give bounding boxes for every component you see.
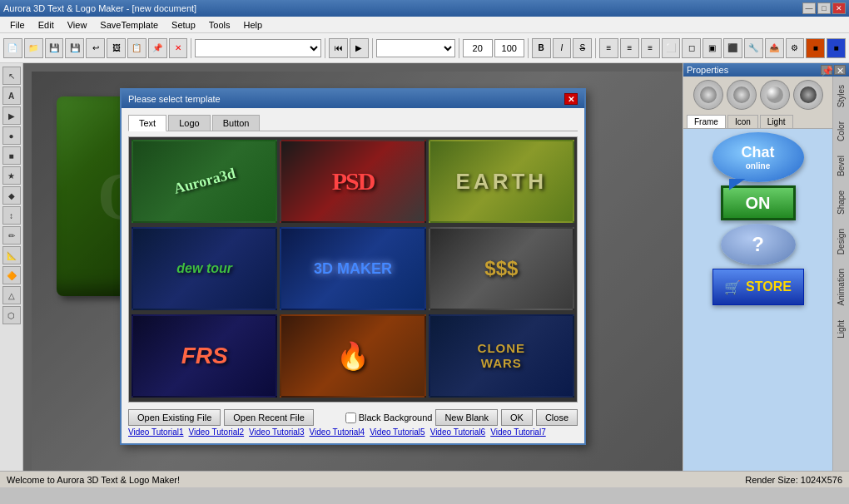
tool-hex[interactable]: ⬡: [2, 306, 21, 324]
black-bg-checkbox[interactable]: [345, 413, 356, 423]
tool-rect[interactable]: ■: [2, 146, 21, 165]
ok-button[interactable]: OK: [501, 409, 533, 426]
menu-edit[interactable]: Edit: [32, 18, 61, 32]
dialog-tab-text[interactable]: Text: [128, 115, 166, 131]
toolbar-save2[interactable]: 💾: [65, 38, 84, 58]
toolbar-3d-3[interactable]: ▣: [703, 38, 722, 58]
dialog-close-button[interactable]: ✕: [564, 93, 578, 105]
on-button-preview[interactable]: ON: [721, 185, 796, 220]
font-style-select[interactable]: [376, 39, 455, 57]
menu-file[interactable]: File: [3, 18, 32, 32]
tool-pen[interactable]: ✏: [2, 226, 21, 245]
styles-label-shape[interactable]: Shape: [835, 184, 847, 221]
tool-play[interactable]: ▶: [2, 106, 21, 125]
minimize-button[interactable]: —: [802, 2, 816, 14]
template-item-1[interactable]: Aurora3d: [132, 140, 277, 223]
tool-shape[interactable]: 🔶: [2, 266, 21, 284]
toolbar-paste[interactable]: 📌: [148, 38, 167, 58]
menu-setup[interactable]: Setup: [165, 18, 202, 32]
toolbar-play-prev[interactable]: ⏮: [329, 38, 348, 58]
toolbar-align-left[interactable]: ≡: [599, 38, 618, 58]
tool-star[interactable]: ★: [2, 166, 21, 185]
style-btn-2[interactable]: [727, 80, 757, 110]
video-tutorial-2[interactable]: Video Tutorial2: [189, 427, 245, 437]
tool-measure[interactable]: 📐: [2, 246, 21, 264]
toolbar-export[interactable]: 📤: [765, 38, 784, 58]
video-tutorial-4[interactable]: Video Tutorial4: [310, 427, 365, 437]
style-btn-3[interactable]: [760, 80, 790, 110]
toolbar-color2[interactable]: ■: [827, 38, 846, 58]
toolbar-strikethrough[interactable]: S: [573, 38, 592, 58]
prop-tab-icon[interactable]: Icon: [727, 115, 758, 128]
maximize-button[interactable]: □: [817, 2, 831, 14]
video-tutorial-5[interactable]: Video Tutorial5: [370, 427, 425, 437]
template-item-3[interactable]: EARTH: [429, 140, 574, 223]
tool-triangle[interactable]: △: [2, 286, 21, 304]
tool-diamond[interactable]: ◆: [2, 186, 21, 205]
toolbar-3d-1[interactable]: ⬜: [662, 38, 681, 58]
styles-label-bevel[interactable]: Bevel: [835, 149, 847, 183]
toolbar-3d-2[interactable]: ◻: [682, 38, 701, 58]
template-item-5[interactable]: 3D MAKER: [280, 227, 425, 310]
toolbar-new[interactable]: 📄: [3, 38, 22, 58]
template-item-7[interactable]: FRS: [132, 314, 277, 398]
styles-label-light[interactable]: Light: [835, 314, 847, 345]
open-recent-button[interactable]: Open Recent File: [224, 409, 314, 426]
toolbar-open[interactable]: 📁: [24, 38, 43, 58]
dialog-tab-logo[interactable]: Logo: [168, 115, 210, 131]
style-btn-4[interactable]: [793, 80, 823, 110]
toolbar-delete[interactable]: ✕: [169, 38, 188, 58]
toolbar-3d-4[interactable]: ⬛: [723, 38, 742, 58]
toolbar-settings[interactable]: ⚙: [786, 38, 805, 58]
toolbar-italic[interactable]: I: [553, 38, 572, 58]
status-left: Welcome to Aurora 3D Text & Logo Maker!: [7, 475, 180, 485]
menu-savetemplate[interactable]: SaveTemplate: [93, 18, 165, 32]
new-blank-button[interactable]: New Blank: [435, 409, 498, 426]
prop-tab-light[interactable]: Light: [760, 115, 793, 128]
template-item-4[interactable]: dew tour: [132, 227, 277, 310]
toolbar-color1[interactable]: ■: [806, 38, 825, 58]
style-btn-1[interactable]: [693, 80, 723, 110]
template-item-2[interactable]: PSD: [280, 140, 425, 223]
font-size-input[interactable]: 20: [463, 39, 493, 57]
toolbar-copy[interactable]: 📋: [127, 38, 146, 58]
styles-label-color[interactable]: Color: [835, 115, 847, 148]
toolbar-img[interactable]: 🖼: [107, 38, 126, 58]
font-select[interactable]: [195, 39, 321, 57]
video-tutorial-6[interactable]: Video Tutorial6: [430, 427, 486, 437]
toolbar-align-center[interactable]: ≡: [620, 38, 639, 58]
store-button-preview[interactable]: 🛒 STORE: [712, 269, 804, 305]
prop-tab-frame[interactable]: Frame: [687, 115, 726, 128]
tool-select[interactable]: ↖: [2, 67, 21, 85]
open-existing-button[interactable]: Open Existing File: [128, 409, 221, 426]
styles-label-styles[interactable]: Styles: [835, 78, 847, 114]
toolbar-render[interactable]: 🔧: [744, 38, 763, 58]
toolbar-undo[interactable]: ↩: [86, 38, 105, 58]
tool-resize[interactable]: ↕: [2, 206, 21, 225]
styles-label-animation[interactable]: Animation: [835, 262, 847, 312]
template-item-6[interactable]: $$$: [429, 227, 574, 310]
chat-button-preview[interactable]: Chat online: [712, 132, 804, 182]
close-button[interactable]: ✕: [832, 2, 846, 14]
tool-text[interactable]: A: [2, 86, 21, 105]
video-tutorial-3[interactable]: Video Tutorial3: [249, 427, 305, 437]
font-percent-input[interactable]: 100: [494, 39, 524, 57]
template-item-8[interactable]: 🔥: [280, 314, 425, 398]
toolbar-save[interactable]: 💾: [45, 38, 64, 58]
template-item-9[interactable]: CLONEWARS: [429, 314, 574, 398]
close-button[interactable]: Close: [536, 409, 578, 426]
video-tutorial-7[interactable]: Video Tutorial7: [490, 427, 546, 437]
question-button-preview[interactable]: ?: [721, 224, 796, 265]
toolbar-bold[interactable]: B: [532, 38, 551, 58]
tool-circle[interactable]: ●: [2, 126, 21, 145]
menu-view[interactable]: View: [61, 18, 94, 32]
video-tutorial-1[interactable]: Video Tutorial1: [128, 427, 184, 437]
menu-tools[interactable]: Tools: [202, 18, 237, 32]
dialog-tab-button[interactable]: Button: [212, 115, 261, 131]
toolbar-play[interactable]: ▶: [350, 38, 369, 58]
prop-pin-button[interactable]: 📌: [821, 65, 832, 75]
menu-help[interactable]: Help: [237, 18, 270, 32]
toolbar-align-right[interactable]: ≡: [641, 38, 660, 58]
prop-close-button[interactable]: ✕: [834, 65, 846, 75]
styles-label-design[interactable]: Design: [835, 222, 847, 261]
